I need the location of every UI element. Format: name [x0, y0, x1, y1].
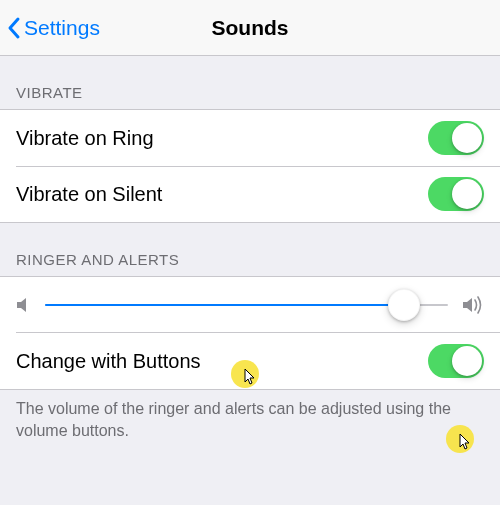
row-vibrate-on-ring: Vibrate on Ring	[0, 110, 500, 166]
row-change-with-buttons: Change with Buttons	[0, 333, 500, 389]
toggle-change-with-buttons[interactable]	[428, 344, 484, 378]
footer-ringer: The volume of the ringer and alerts can …	[0, 390, 500, 453]
group-vibrate: Vibrate on Ring Vibrate on Silent	[0, 109, 500, 223]
slider-thumb[interactable]	[388, 289, 420, 321]
section-header-ringer: Ringer and Alerts	[0, 223, 500, 276]
volume-low-icon	[16, 296, 31, 314]
group-ringer: Change with Buttons	[0, 276, 500, 390]
label-change-with-buttons: Change with Buttons	[16, 350, 201, 373]
chevron-left-icon	[6, 16, 22, 40]
back-label: Settings	[24, 16, 100, 40]
toggle-vibrate-on-ring[interactable]	[428, 121, 484, 155]
section-header-vibrate: Vibrate	[0, 56, 500, 109]
back-button[interactable]: Settings	[6, 0, 100, 55]
row-vibrate-on-silent: Vibrate on Silent	[0, 166, 500, 222]
ringer-volume-slider[interactable]	[45, 288, 448, 322]
toggle-vibrate-on-silent[interactable]	[428, 177, 484, 211]
label-vibrate-on-silent: Vibrate on Silent	[16, 183, 162, 206]
navbar: Settings Sounds	[0, 0, 500, 56]
label-vibrate-on-ring: Vibrate on Ring	[16, 127, 154, 150]
volume-high-icon	[462, 296, 484, 314]
row-ringer-volume	[0, 277, 500, 333]
